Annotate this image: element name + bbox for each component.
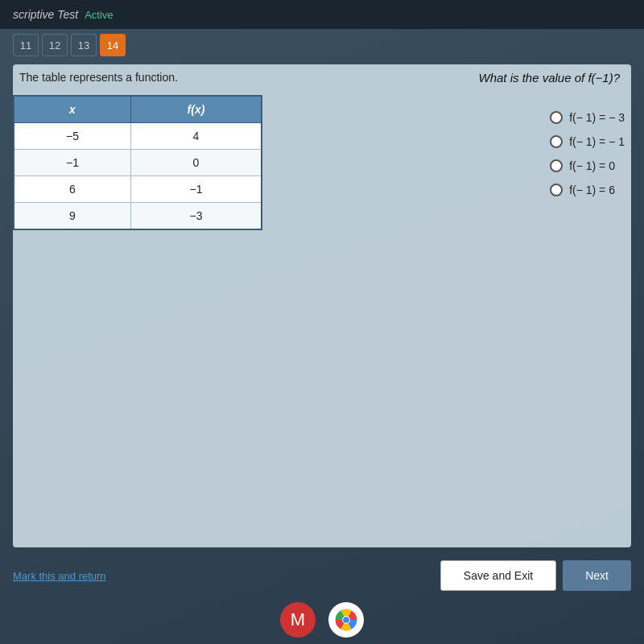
choice-1-label: f(− 1) = − 1 (569, 135, 625, 148)
app-status: Active (85, 9, 113, 21)
action-buttons: Save and Exit Next (440, 560, 631, 591)
bottom-bar: Mark this and return Save and Exit Next (13, 551, 631, 600)
choice-2[interactable]: f(− 1) = 0 (550, 159, 625, 172)
save-exit-button[interactable]: Save and Exit (440, 560, 556, 591)
col-x-header: x (14, 96, 130, 123)
radio-1[interactable] (550, 135, 563, 148)
cell-fx-0: 4 (130, 123, 262, 150)
col-fx-header: f(x) (130, 96, 262, 123)
radio-0[interactable] (550, 111, 563, 124)
function-table: x f(x) −5 4 −1 0 6 −1 9 (13, 95, 262, 230)
question-description: The table represents a function. (19, 71, 178, 84)
chrome-icon[interactable] (328, 602, 364, 638)
svg-point-3 (343, 617, 349, 623)
radio-3[interactable] (550, 184, 563, 196)
nav-tab-14[interactable]: 14 (100, 34, 126, 56)
app-title: scriptive Test (13, 8, 78, 21)
radio-2[interactable] (550, 159, 563, 172)
nav-tab-12[interactable]: 12 (42, 34, 68, 56)
answer-choices: f(− 1) = − 3 f(− 1) = − 1 f(− 1) = 0 f(−… (550, 111, 625, 196)
mark-return-link[interactable]: Mark this and return (13, 570, 106, 582)
table-row: 6 −1 (14, 176, 262, 203)
question-prompt: What is the value of f(−1)? (478, 71, 620, 85)
cell-x-1: −1 (14, 150, 130, 176)
question-nav: 11 12 13 14 (13, 34, 126, 56)
gmail-icon[interactable]: M (280, 602, 316, 638)
choice-0[interactable]: f(− 1) = − 3 (550, 111, 625, 124)
table-row: 9 −3 (14, 203, 262, 230)
choice-2-label: f(− 1) = 0 (569, 159, 615, 172)
cell-fx-3: −3 (130, 203, 262, 230)
screen: scriptive Test Active 11 12 13 14 The ta… (0, 0, 644, 644)
choice-0-label: f(− 1) = − 3 (569, 111, 625, 124)
cell-fx-1: 0 (130, 150, 262, 176)
function-table-container: x f(x) −5 4 −1 0 6 −1 9 (13, 95, 262, 230)
choice-3[interactable]: f(− 1) = 6 (550, 184, 625, 196)
table-row: −5 4 (14, 123, 262, 150)
taskbar-icons: M (280, 602, 364, 638)
cell-fx-2: −1 (130, 176, 262, 203)
next-button[interactable]: Next (563, 560, 631, 591)
top-bar: scriptive Test Active (0, 0, 644, 29)
table-row: −1 0 (14, 150, 262, 176)
cell-x-2: 6 (14, 176, 130, 203)
nav-tab-11[interactable]: 11 (13, 34, 39, 56)
cell-x-0: −5 (14, 123, 130, 150)
nav-tab-13[interactable]: 13 (71, 34, 97, 56)
choice-3-label: f(− 1) = 6 (569, 184, 615, 196)
cell-x-3: 9 (14, 203, 130, 230)
choice-1[interactable]: f(− 1) = − 1 (550, 135, 625, 148)
